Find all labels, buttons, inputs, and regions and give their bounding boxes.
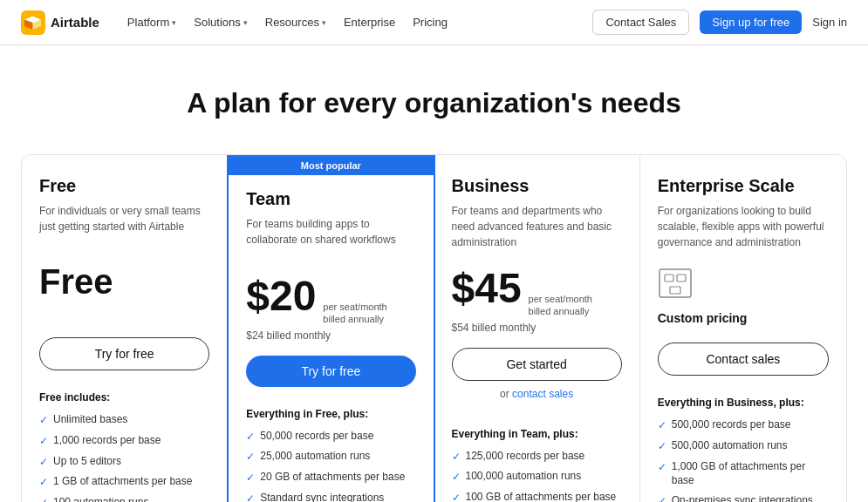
contact-sales-button[interactable]: Contact Sales bbox=[592, 10, 689, 35]
list-item: ✓1 GB of attachments per base bbox=[39, 474, 209, 490]
check-icon: ✓ bbox=[39, 496, 48, 502]
check-icon: ✓ bbox=[39, 455, 48, 470]
check-icon: ✓ bbox=[658, 439, 666, 454]
team-price-per: per seat/monthbilled annually bbox=[323, 301, 386, 326]
popular-badge: Most popular bbox=[229, 156, 433, 175]
check-icon: ✓ bbox=[658, 460, 666, 475]
plan-team-name: Team bbox=[246, 189, 415, 209]
nav-actions: Contact Sales Sign up for free Sign in bbox=[592, 10, 847, 35]
plan-team-price: $20 per seat/monthbilled annually $24 bi… bbox=[246, 275, 415, 342]
business-features: Everything in Team, plus: ✓125,000 recor… bbox=[452, 428, 622, 502]
list-item: ✓125,000 records per base bbox=[452, 449, 622, 465]
logo[interactable]: Airtable bbox=[21, 10, 99, 35]
plan-business-name: Business bbox=[452, 176, 622, 196]
svg-rect-3 bbox=[677, 275, 686, 282]
business-features-header: Everything in Team, plus: bbox=[452, 428, 622, 440]
enterprise-contact-button[interactable]: Contact sales bbox=[658, 343, 829, 376]
svg-rect-1 bbox=[660, 269, 691, 297]
list-item: ✓500,000 records per base bbox=[658, 417, 829, 433]
list-item: ✓1,000 GB of attachments per base bbox=[658, 459, 829, 489]
check-icon: ✓ bbox=[246, 492, 255, 502]
signin-button[interactable]: Sign in bbox=[812, 16, 847, 29]
business-or-contact: or contact sales bbox=[452, 388, 622, 400]
business-price-amount: $45 bbox=[452, 268, 522, 309]
check-icon: ✓ bbox=[452, 450, 461, 465]
list-item: ✓Standard sync integrations bbox=[246, 491, 415, 502]
list-item: ✓On-premises sync integrations bbox=[658, 493, 829, 502]
list-item: ✓500,000 automation runs bbox=[658, 438, 829, 454]
free-try-button[interactable]: Try for free bbox=[39, 337, 209, 370]
list-item: ✓100 GB of attachments per base bbox=[452, 490, 622, 502]
navbar: Airtable Platform ▾ Solutions ▾ Resource… bbox=[0, 0, 868, 45]
price-free-value: Free bbox=[39, 262, 209, 302]
plan-business-price: $45 per seat/monthbilled annually $54 bi… bbox=[452, 268, 622, 334]
enterprise-features: Everything in Business, plus: ✓500,000 r… bbox=[658, 397, 829, 502]
check-icon: ✓ bbox=[39, 475, 48, 490]
list-item: ✓50,000 records per base bbox=[246, 429, 415, 444]
plan-free-name: Free bbox=[39, 176, 209, 196]
free-features-header: Free includes: bbox=[39, 391, 209, 404]
nav-pricing[interactable]: Pricing bbox=[413, 16, 448, 29]
plan-team: Most popular Team For teams building app… bbox=[227, 154, 434, 502]
nav-resources[interactable]: Resources ▾ bbox=[265, 16, 326, 29]
team-features-header: Everything in Free, plus: bbox=[246, 408, 415, 420]
check-icon: ✓ bbox=[658, 494, 666, 502]
svg-rect-2 bbox=[665, 275, 673, 282]
check-icon: ✓ bbox=[246, 430, 255, 444]
list-item: ✓25,000 automation runs bbox=[246, 449, 415, 465]
nav-platform[interactable]: Platform ▾ bbox=[127, 16, 176, 29]
check-icon: ✓ bbox=[39, 413, 48, 428]
business-price-billed: $54 billed monthly bbox=[452, 322, 622, 334]
plan-free-desc: For individuals or very small teams just… bbox=[39, 203, 209, 245]
nav-links: Platform ▾ Solutions ▾ Resources ▾ Enter… bbox=[127, 16, 593, 29]
enterprise-features-header: Everything in Business, plus: bbox=[658, 397, 829, 409]
enterprise-price-icon bbox=[658, 268, 829, 306]
svg-rect-4 bbox=[670, 287, 680, 294]
check-icon: ✓ bbox=[246, 450, 255, 465]
plan-enterprise-price: Custom pricing bbox=[658, 268, 829, 329]
team-features: Everything in Free, plus: ✓50,000 record… bbox=[246, 408, 415, 502]
page-title: A plan for every organization's needs bbox=[21, 87, 847, 119]
list-item: ✓100 automation runs bbox=[39, 495, 209, 502]
business-get-started-button[interactable]: Get started bbox=[452, 348, 622, 381]
business-price-per: per seat/monthbilled annually bbox=[529, 293, 592, 318]
free-features: Free includes: ✓Unlimited bases ✓1,000 r… bbox=[39, 391, 209, 502]
pricing-grid: Free For individuals or very small teams… bbox=[21, 154, 847, 502]
check-icon: ✓ bbox=[39, 434, 48, 449]
plan-enterprise-desc: For organizations looking to build scala… bbox=[658, 203, 829, 250]
plan-team-desc: For teams building apps to collaborate o… bbox=[246, 216, 415, 258]
plan-business-desc: For teams and departments who need advan… bbox=[452, 203, 622, 250]
nav-solutions[interactable]: Solutions ▾ bbox=[194, 16, 247, 29]
check-icon: ✓ bbox=[452, 470, 461, 485]
plan-free-price: Free bbox=[39, 262, 209, 323]
list-item: ✓1,000 records per base bbox=[39, 433, 209, 449]
main-content: A plan for every organization's needs Fr… bbox=[0, 45, 868, 502]
list-item: ✓100,000 automation runs bbox=[452, 469, 622, 485]
plan-business: Business For teams and departments who n… bbox=[434, 155, 640, 502]
business-contact-link[interactable]: contact sales bbox=[512, 388, 573, 400]
signup-button[interactable]: Sign up for free bbox=[700, 10, 802, 34]
plan-enterprise-name: Enterprise Scale bbox=[658, 176, 829, 196]
team-price-billed: $24 billed monthly bbox=[246, 329, 415, 342]
list-item: ✓20 GB of attachments per base bbox=[246, 470, 415, 485]
team-try-button[interactable]: Try for free bbox=[246, 356, 415, 387]
check-icon: ✓ bbox=[658, 418, 666, 433]
enterprise-custom-text: Custom pricing bbox=[658, 311, 829, 325]
plan-free: Free For individuals or very small teams… bbox=[22, 155, 228, 502]
plan-enterprise: Enterprise Scale For organizations looki… bbox=[640, 155, 846, 502]
list-item: ✓Unlimited bases bbox=[39, 412, 209, 428]
check-icon: ✓ bbox=[246, 471, 255, 485]
nav-enterprise[interactable]: Enterprise bbox=[344, 16, 395, 29]
team-price-amount: $20 bbox=[246, 275, 316, 317]
check-icon: ✓ bbox=[452, 491, 461, 502]
list-item: ✓Up to 5 editors bbox=[39, 454, 209, 470]
